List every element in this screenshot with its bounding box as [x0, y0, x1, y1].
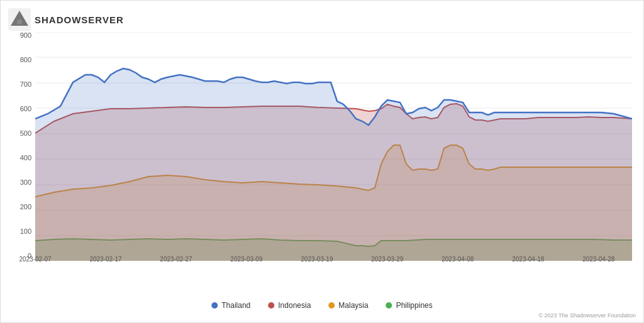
x-label-0227: 2023-02-27	[160, 256, 192, 263]
legend-label-philippines: Philippines	[396, 301, 433, 310]
legend-label-malaysia: Malaysia	[338, 301, 368, 310]
thailand-area	[35, 68, 632, 261]
x-label-0329: 2023-03-29	[371, 256, 403, 263]
indonesia-dot	[268, 302, 274, 309]
legend-item-malaysia: Malaysia	[328, 301, 368, 310]
legend-label-thailand: Thailand	[221, 301, 250, 310]
y-label-800: 800	[20, 57, 31, 63]
y-label-600: 600	[20, 106, 31, 112]
x-label-0418: 2023-04-18	[512, 256, 544, 263]
legend: Thailand Indonesia Malaysia Philippines	[211, 301, 432, 310]
x-label-0207: 2023-02-07	[19, 256, 51, 263]
thailand-dot	[211, 302, 218, 309]
logo-area: SHADOWSERVER	[8, 8, 124, 31]
chart-svg	[35, 32, 632, 261]
x-label-0319: 2023-03-19	[301, 256, 333, 263]
y-label-100: 100	[20, 228, 31, 235]
y-label-700: 700	[20, 81, 31, 88]
y-label-200: 200	[20, 204, 31, 211]
x-axis: 2023-02-07 2023-02-17 2023-02-27 2023-03…	[35, 256, 631, 263]
svg-point-2	[17, 19, 22, 25]
chart-container: SHADOWSERVER 900 800 700 600 500 400 300…	[0, 0, 644, 323]
y-label-400: 400	[20, 155, 31, 162]
y-label-500: 500	[20, 130, 31, 137]
x-label-0217: 2023-02-17	[89, 256, 121, 263]
copyright: © 2023 The Shadowserver Foundation	[538, 312, 636, 319]
y-label-900: 900	[20, 32, 31, 39]
legend-label-indonesia: Indonesia	[278, 301, 311, 310]
legend-item-thailand: Thailand	[211, 301, 250, 310]
y-label-300: 300	[20, 179, 31, 186]
x-label-0428: 2023-04-28	[582, 256, 614, 263]
logo-text: SHADOWSERVER	[35, 14, 124, 25]
malaysia-dot	[328, 302, 335, 309]
x-label-0309: 2023-03-09	[230, 256, 262, 263]
y-axis: 900 800 700 600 500 400 300 200 100 0	[1, 32, 35, 260]
legend-item-indonesia: Indonesia	[268, 301, 311, 310]
logo-icon	[8, 8, 31, 31]
legend-item-philippines: Philippines	[386, 301, 433, 310]
x-label-0408: 2023-04-08	[441, 256, 474, 263]
philippines-dot	[386, 302, 392, 309]
